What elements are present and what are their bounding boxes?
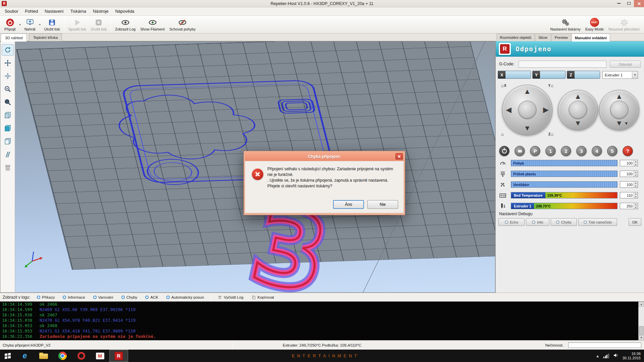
delete-object-tool[interactable] [2, 162, 14, 173]
taskbar-item-repetier[interactable]: R [109, 350, 128, 362]
load-dropdown-icon[interactable]: ▾ [38, 16, 42, 33]
close-button[interactable] [634, 0, 644, 7]
extruder-jog-hub[interactable] [610, 101, 629, 119]
menu-napoveda[interactable]: Nápověda [112, 8, 138, 15]
start-print-button[interactable]: Spustit tisk [66, 16, 89, 33]
taskbar-item-opera[interactable] [72, 350, 91, 362]
debug-echo-button[interactable]: Echo [498, 218, 525, 226]
jog-x-plus-icon[interactable]: ▶ [543, 106, 549, 114]
extruder-select[interactable]: Extruder 1 ▼ [602, 71, 638, 79]
home-all-button[interactable]: ⌂ [501, 132, 504, 137]
fan-slider[interactable]: Ventilátor [511, 181, 618, 188]
jog-x-minus-icon[interactable]: ◀ [506, 106, 512, 114]
extruder-temperature-value-box[interactable]: 250▲▼ [620, 203, 638, 209]
yes-button[interactable]: Áno [333, 200, 364, 209]
printer-settings-button[interactable]: Nastavení tiskárny [548, 16, 583, 33]
taskbar-clock[interactable]: 16:36 30.11.2015 [623, 352, 641, 360]
scroll-up-icon[interactable]: ▲ [639, 302, 644, 307]
start-button[interactable] [0, 350, 15, 362]
hide-travel-moves-button[interactable]: Schovat pohyby [167, 16, 198, 33]
scrollbar-thumb[interactable] [639, 326, 644, 335]
zoom-object-tool[interactable] [2, 97, 14, 108]
load-button[interactable]: Nahrát [22, 16, 38, 33]
move-object-tool[interactable] [2, 70, 14, 82]
menu-soubor[interactable]: Soubor [1, 8, 21, 15]
debug-ok-button[interactable]: OK [629, 218, 641, 226]
menu-nastaveni[interactable]: Nastavení [41, 8, 67, 15]
tab-3d-view[interactable]: 3D náhled [1, 34, 27, 42]
debug-info-button[interactable]: Info [526, 218, 549, 226]
taskbar-item-explorer[interactable] [34, 350, 53, 362]
dialog-titlebar[interactable]: Chyba připojení: [245, 152, 404, 161]
minimize-button[interactable] [614, 0, 624, 7]
no-button[interactable]: Nie [367, 200, 398, 209]
send-gcode-button[interactable]: Odeslat [610, 61, 641, 68]
flow-slider[interactable]: Průtok plastu [511, 171, 618, 177]
extrude-fast-icon[interactable]: ▼ [624, 121, 629, 126]
debug-dry-run-button[interactable]: Tisk nanečisto [578, 218, 617, 226]
bed-temperature-slider[interactable]: Bed Temperature 109.39°C [511, 192, 618, 198]
front-view-tool[interactable] [2, 110, 14, 121]
spin-down-icon[interactable]: ▼ [634, 206, 638, 209]
z-jog-hub[interactable] [569, 101, 587, 119]
preset-4-button[interactable]: 4 [592, 146, 602, 156]
flow-value-box[interactable]: 100▲▼ [620, 171, 638, 177]
network-icon[interactable] [603, 354, 609, 358]
spin-up-icon[interactable]: ▲ [634, 171, 638, 174]
move-view-tool[interactable] [2, 57, 14, 69]
filter-errors[interactable]: Chyby [120, 294, 139, 300]
speed-slider[interactable]: Pohyb [511, 160, 618, 166]
spin-down-icon[interactable]: ▼ [634, 163, 638, 166]
clear-log-button[interactable]: Vyčistit Log [216, 294, 245, 301]
preset-5-button[interactable]: 5 [607, 146, 618, 156]
zoom-tool[interactable] [2, 83, 14, 95]
filter-commands[interactable]: Příkazy [36, 294, 56, 300]
home-x-button[interactable]: ⌂X [501, 83, 506, 88]
menu-pohled[interactable]: Pohled [21, 8, 41, 15]
taskbar-item-gmail[interactable]: M [91, 350, 109, 362]
spin-up-icon[interactable]: ▲ [634, 160, 638, 163]
bed-temperature-value-box[interactable]: 110▲▼ [620, 192, 638, 198]
jog-y-plus-icon[interactable]: ▲ [524, 88, 531, 95]
spin-up-icon[interactable]: ▲ [634, 192, 638, 195]
filter-information[interactable]: Informace [61, 294, 86, 300]
taskbar-item-ie[interactable]: e [15, 350, 34, 362]
spin-down-icon[interactable]: ▼ [634, 174, 638, 177]
copy-log-button[interactable]: Kopírovat [250, 294, 275, 301]
log-view[interactable]: 16:34:14.599ok 2466 16:34:14.599N2469 G1… [0, 302, 644, 340]
easy-mode-button[interactable]: EASY Easy Mode [583, 16, 606, 33]
jog-z-minus-icon[interactable]: ▼ [574, 120, 582, 127]
dialog-close-button[interactable] [395, 153, 403, 160]
filter-warnings[interactable]: Varování [92, 294, 115, 300]
help-button[interactable]: ? [623, 146, 633, 156]
log-scrollbar[interactable]: ▲ ▼ [638, 302, 644, 340]
cancel-print-button[interactable]: Zrušit tisk [89, 16, 109, 33]
filter-autoscroll[interactable]: Automatický posun [165, 294, 205, 300]
z-position-field[interactable]: Z [567, 71, 600, 79]
power-button[interactable] [499, 146, 509, 156]
extrude-icon[interactable]: ▼ [615, 120, 623, 127]
tab-temperature-curve[interactable]: Teplotní křivka [29, 34, 62, 41]
iso-view-tool[interactable] [2, 123, 14, 134]
tab-object-placement[interactable]: Rozmístění objektů [496, 34, 535, 41]
extruder-temperature-slider[interactable]: Extruder 1 249.70°C [511, 203, 618, 209]
top-view-tool[interactable] [2, 136, 14, 147]
scroll-down-icon[interactable]: ▼ [639, 335, 644, 340]
tab-slicer[interactable]: Slicer [535, 34, 551, 41]
show-filament-button[interactable]: Show Filament [138, 16, 167, 33]
connect-button[interactable]: Připojit [2, 16, 18, 33]
titlebar[interactable]: R Repetier-Host V1.0.6 - HX3DP_COREXY_V1… [0, 0, 644, 7]
spin-up-icon[interactable]: ▲ [634, 182, 638, 185]
toggle-log-button[interactable]: Zobrazit Log [113, 16, 138, 33]
rotate-view-tool[interactable] [2, 44, 14, 56]
maximize-button[interactable] [624, 0, 634, 7]
menu-nastroje[interactable]: Nástroje [90, 8, 112, 15]
debug-errors-button[interactable]: Chyby [551, 218, 577, 226]
menu-tiskarna[interactable]: Tiskárna [67, 8, 90, 15]
taskbar-item-chrome[interactable] [53, 350, 72, 362]
spin-down-icon[interactable]: ▼ [634, 185, 638, 188]
tab-manual-control[interactable]: Manuální ovládání [572, 34, 610, 42]
preset-2-button[interactable]: 2 [561, 146, 571, 156]
filter-ack[interactable]: ACK [144, 294, 160, 300]
volume-icon[interactable] [613, 353, 619, 359]
